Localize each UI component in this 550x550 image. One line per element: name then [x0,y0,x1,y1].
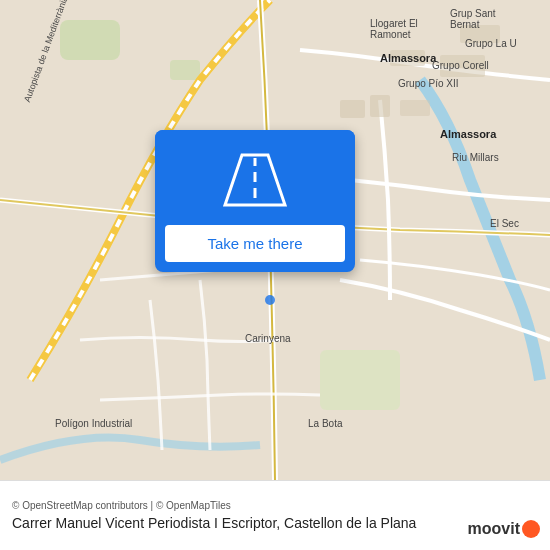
svg-point-10 [265,295,275,305]
take-me-there-button[interactable]: Take me there [165,225,345,262]
map-label-grupo-la-u: Grupo La U [465,38,517,49]
map-container: Llogaret ElRamonet Grup SantBernat Grupo… [0,0,550,480]
svg-rect-5 [370,95,390,117]
map-label-poligon: Polígon Industrial [55,418,132,429]
svg-rect-3 [320,350,400,410]
map-label-carinyena: Carinyena [245,333,291,344]
card-icon-area [155,130,355,225]
location-text: Carrer Manuel Vicent Periodista I Escrip… [12,515,416,531]
svg-rect-4 [340,100,365,118]
map-label-grupo-pio: Grupo Pío XII [398,78,459,89]
svg-rect-2 [170,60,200,80]
map-label-riu-millars: Riu Millars [452,152,499,163]
map-label-almassora-top: Almassora [380,52,436,64]
map-label-almassora-main: Almassora [440,128,496,140]
moovit-logo-text: moovit [468,520,520,538]
bottom-bar: © OpenStreetMap contributors | © OpenMap… [0,480,550,550]
map-label-llogaret: Llogaret ElRamonet [370,18,418,40]
map-label-el-sec: El Sec [490,218,519,229]
map-label-sant-bernat: Grup SantBernat [450,8,496,30]
map-label-la-bota: La Bota [308,418,342,429]
road-icon [220,150,290,210]
svg-rect-6 [400,100,430,116]
attribution-text: © OpenStreetMap contributors | © OpenMap… [12,500,538,511]
moovit-dot-icon [522,520,540,538]
map-label-grupo-corell: Grupo Corell [432,60,489,71]
svg-rect-1 [60,20,120,60]
moovit-logo: moovit [468,520,540,538]
overlay-card: Take me there [155,130,355,272]
